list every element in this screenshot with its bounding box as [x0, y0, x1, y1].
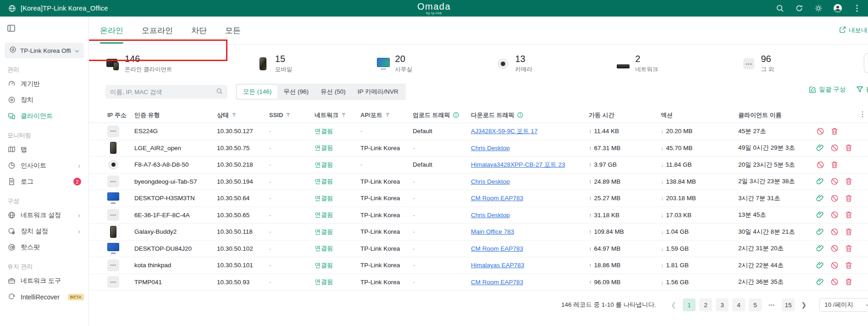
delete-icon[interactable] [844, 227, 853, 236]
filter-funnel-icon[interactable] [385, 112, 390, 118]
delete-icon[interactable] [844, 261, 853, 270]
tab[interactable]: 차단 [191, 17, 207, 44]
page-number-button[interactable]: 2 [699, 298, 712, 311]
delete-icon[interactable] [830, 127, 839, 135]
ap-port-link[interactable]: Chris Desktop [471, 212, 510, 219]
column-settings-icon[interactable] [862, 111, 863, 119]
lock-to-ap-icon[interactable] [816, 194, 824, 202]
block-icon[interactable] [830, 177, 839, 186]
page-number-button[interactable]: 5 [749, 298, 762, 311]
table-row[interactable]: Galaxy-Buddy2 10.30.50.118 - 연결됨 TP-Link… [89, 224, 868, 241]
next-page-button[interactable]: ❯ [798, 298, 809, 311]
table-row[interactable]: byeongdeog-ui-Tab-S7 10.30.50.194 - 연결됨 … [89, 174, 868, 191]
lock-to-ap-icon[interactable] [816, 177, 824, 186]
ap-port-link[interactable]: Chris Desktop [471, 178, 510, 185]
delete-icon[interactable] [844, 144, 853, 152]
sidebar-item-log[interactable]: 로그 2 › [0, 174, 88, 190]
block-icon[interactable] [830, 194, 839, 202]
theme-icon[interactable] [814, 4, 823, 13]
segment-button[interactable]: 유선 (50) [315, 85, 352, 99]
table-row[interactable]: F8-A7-63-A8-D8-50 10.30.50.218 - 연결됨 - D… [89, 157, 868, 174]
tab[interactable]: 오프라인 [142, 17, 173, 44]
ap-port-link[interactable]: CM Room EAP783 [471, 279, 523, 286]
lock-to-ap-icon[interactable] [816, 227, 824, 236]
segment-button[interactable]: IP 카메라/NVR [352, 85, 404, 99]
delete-icon[interactable] [844, 211, 853, 219]
sidebar-item-hotspot[interactable]: 핫스팟 › [0, 239, 88, 255]
lock-to-ap-icon[interactable] [816, 278, 824, 287]
block-icon[interactable] [830, 227, 839, 236]
delete-icon[interactable] [844, 244, 853, 253]
segment-button[interactable]: 모든 (146) [237, 85, 277, 99]
block-icon[interactable] [830, 261, 839, 270]
floating-panel-handle[interactable] [864, 53, 868, 73]
ap-port-link[interactable]: Himalaya3428XPP-CB-27 포트 23 [471, 161, 565, 168]
lock-to-ap-icon[interactable] [816, 261, 824, 270]
table-row[interactable]: DESKTOP-DU84J20 10.30.50.102 - 연결됨 TP-Li… [89, 241, 868, 258]
block-icon[interactable] [830, 144, 839, 152]
block-icon[interactable] [830, 244, 839, 253]
tab[interactable]: 모든 [225, 17, 241, 44]
block-icon[interactable] [830, 278, 839, 287]
table-row[interactable]: ES224G 10.30.50.127 - 연결됨 - Default AJ34… [89, 123, 868, 140]
search-input[interactable] [110, 89, 216, 96]
page-number-button[interactable]: 1 [683, 298, 696, 311]
sidebar-item-device-settings[interactable]: 장치 설정 › [0, 223, 88, 239]
ap-port-link[interactable]: Himalayas EAP783 [471, 262, 524, 269]
segment-button[interactable]: 무선 (96) [277, 85, 315, 99]
block-icon[interactable] [830, 211, 839, 219]
page-size-select[interactable]: 10 /페이지 [819, 298, 868, 312]
delete-icon[interactable] [844, 177, 853, 186]
block-icon[interactable] [816, 160, 824, 169]
ap-port-link[interactable]: CM Room EAP783 [471, 195, 523, 202]
sidebar-collapse-icon[interactable] [7, 25, 88, 34]
sidebar-item-dashboard[interactable]: 계기반 › [0, 76, 88, 92]
more-icon[interactable] [852, 4, 862, 13]
table-row[interactable]: LGE_AIR2_open 10.30.50.75 - 연결됨 TP-Link … [89, 140, 868, 157]
omada-logo: Omada by tp-link [417, 2, 451, 15]
filter-funnel-icon[interactable] [341, 112, 346, 118]
camera-icon [496, 56, 510, 71]
block-icon[interactable] [816, 127, 824, 135]
refresh-icon[interactable] [795, 4, 804, 13]
search-box[interactable] [105, 85, 227, 99]
table-row[interactable]: TPMP041 10.30.50.93 - 연결됨 TP-Link Korea … [89, 274, 868, 291]
table-row[interactable]: DESKTOP-H3SM3TN 10.30.50.64 - 연결됨 TP-Lin… [89, 190, 868, 207]
lock-to-ap-icon[interactable] [816, 211, 824, 219]
client-name: byeongdeog-ui-Tab-S7 [134, 178, 217, 185]
sidebar-item-insight[interactable]: 인사이트 › [0, 157, 88, 174]
batch-config-button[interactable]: 일괄 구성 [809, 85, 846, 94]
site-selector[interactable]: TP-Link Korea Offi... [5, 43, 84, 58]
page-ellipsis[interactable]: ••• [765, 298, 778, 311]
page-number-button[interactable]: 3 [716, 298, 729, 311]
avatar[interactable] [833, 4, 842, 13]
delete-icon[interactable] [844, 278, 853, 287]
lock-to-ap-icon[interactable] [816, 144, 824, 152]
sidebar-item-map[interactable]: 맵 › [0, 141, 88, 157]
column-label: 가동 시간 [589, 111, 614, 119]
export-button[interactable]: 내보내기 [839, 26, 868, 34]
sidebar-item-tools[interactable]: 네트워크 도구 › [0, 273, 88, 289]
sidebar-item-clients[interactable]: 클라이언트 › [0, 108, 88, 124]
search-icon[interactable] [775, 4, 785, 13]
tab[interactable]: 온라인 [100, 17, 123, 44]
filter-funnel-icon[interactable] [232, 112, 237, 118]
sidebar-item-devices[interactable]: 장치 › [0, 92, 88, 108]
ap-port-link[interactable]: Chris Desktop [471, 145, 510, 152]
sidebar-item-network-settings[interactable]: 네트워크 설정 › [0, 207, 88, 223]
ap-port-link[interactable]: Main Office 783 [471, 228, 514, 235]
notification-badge: 2 [73, 178, 81, 185]
table-row[interactable]: 6E-36-1F-EF-8C-4A 10.30.50.65 - 연결됨 TP-L… [89, 207, 868, 224]
page-number-button[interactable]: 4 [732, 298, 745, 311]
lock-to-ap-icon[interactable] [816, 244, 824, 253]
table-row[interactable]: kota thinkpad 10.30.50.101 - 연결됨 TP-Link… [89, 257, 868, 274]
page-number-button[interactable]: 15 [782, 298, 795, 311]
filter-button[interactable]: 필터 [857, 85, 868, 94]
delete-icon[interactable] [830, 160, 839, 169]
filter-funnel-icon[interactable] [286, 112, 291, 118]
ap-port-link[interactable]: CM Room EAP783 [471, 245, 523, 252]
prev-page-button[interactable]: ❮ [668, 298, 679, 311]
delete-icon[interactable] [844, 194, 853, 202]
sidebar-item-recover[interactable]: IntelliRecover BETA › [0, 289, 88, 305]
ap-port-link[interactable]: AJ3428X-59-9C 포트 17 [471, 128, 538, 135]
